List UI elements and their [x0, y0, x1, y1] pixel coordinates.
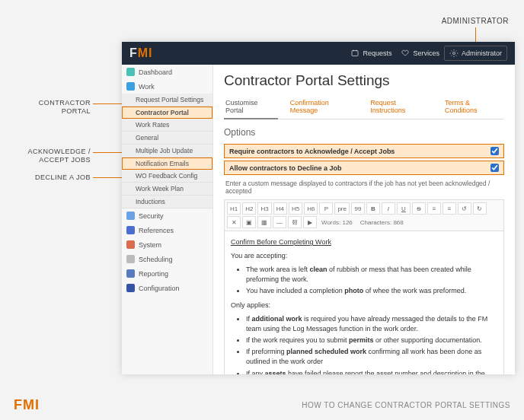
- editor-btn-ol[interactable]: ≡: [427, 202, 441, 215]
- sidebar-label: Dashboard: [139, 68, 172, 76]
- shield-icon: [126, 212, 135, 220]
- editor-btn-h3[interactable]: H3: [257, 202, 271, 215]
- editor-btn-h5[interactable]: H5: [289, 202, 302, 215]
- sidebar-item-scheduling[interactable]: Scheduling: [122, 252, 212, 266]
- editor-hint: Enter a custom message displayed to cont…: [224, 177, 504, 199]
- sidebar-sub-notification-emails[interactable]: Notification Emails: [122, 158, 212, 170]
- sidebar-sub-general[interactable]: General: [122, 132, 212, 145]
- sidebar-label: System: [139, 241, 161, 249]
- sidebar-sub-request-portal[interactable]: Request Portal Settings: [122, 94, 212, 107]
- config-icon: [126, 284, 135, 292]
- nav-administrator[interactable]: Administrator: [444, 46, 507, 61]
- annotation-decline-job: DECLINE A JOB: [11, 173, 91, 182]
- app-window: FMI Requests Services Administrator Dash…: [122, 42, 515, 374]
- sidebar-sub-work-week[interactable]: Work Week Plan: [122, 183, 212, 196]
- page-footer: FMI HOW TO CHANGE CONTRACTOR PORTAL SETT…: [0, 390, 524, 420]
- gear-icon: [449, 49, 458, 58]
- editor-btn-strike[interactable]: S: [412, 202, 426, 215]
- editor-heading: Confirm Before Completing Work: [231, 238, 331, 246]
- page-title: Contractor Portal Settings: [224, 72, 504, 89]
- nav-services-label: Services: [413, 49, 439, 57]
- checkbox-require-acknowledge[interactable]: [490, 147, 499, 155]
- options-heading: Options: [224, 127, 504, 138]
- sidebar-item-system[interactable]: System: [122, 237, 212, 252]
- editor-btn-pre[interactable]: pre: [334, 202, 350, 215]
- sidebar-item-configuration[interactable]: Configuration: [122, 281, 212, 295]
- nav-requests-label: Requests: [363, 49, 391, 57]
- sidebar-sub-inductions[interactable]: Inductions: [122, 196, 212, 208]
- editor-btn-h6[interactable]: H6: [304, 202, 318, 215]
- services-icon: [401, 49, 410, 58]
- tab-terms-conditions[interactable]: Terms & Conditions: [443, 95, 504, 119]
- option-require-acknowledge-label: Require contractors to Acknowledge / Acc…: [229, 148, 395, 155]
- option-require-acknowledge: Require contractors to Acknowledge / Acc…: [224, 144, 504, 158]
- sidebar-item-references[interactable]: References: [122, 223, 212, 237]
- sidebar: Dashboard Work Request Portal Settings C…: [122, 65, 213, 374]
- tab-request-instructions[interactable]: Request Instructions: [369, 95, 433, 119]
- editor-btn-h2[interactable]: H2: [242, 202, 256, 215]
- editor-btn-link[interactable]: ⛓: [288, 216, 302, 228]
- nav-requests[interactable]: Requests: [346, 42, 396, 65]
- requests-icon: [350, 49, 359, 58]
- editor-btn-italic[interactable]: I: [382, 202, 395, 215]
- sidebar-item-security[interactable]: Security: [122, 208, 212, 223]
- option-allow-decline: Allow contractors to Decline a Job: [224, 161, 504, 175]
- editor-btn-image[interactable]: ▣: [242, 216, 256, 228]
- editor-list-item: If preforming planned scheduled work con…: [246, 347, 497, 367]
- editor-text: Only applies:: [231, 301, 497, 310]
- annotation-contractor-portal: CONTRACTOR PORTAL: [11, 99, 91, 116]
- editor-btn-ul[interactable]: ≡: [443, 202, 456, 215]
- editor-list-item: The work area is left clean of rubbish o…: [246, 265, 497, 285]
- editor-btn-quote[interactable]: 99: [351, 202, 365, 215]
- chart-icon: [126, 269, 135, 278]
- titlebar: FMI Requests Services Administrator: [122, 42, 515, 65]
- sidebar-label: References: [139, 227, 174, 234]
- work-icon: [126, 82, 135, 91]
- editor-btn-undo[interactable]: ↺: [458, 202, 471, 215]
- editor-list-item: You have included a completion photo of …: [246, 286, 497, 296]
- sidebar-item-reporting[interactable]: Reporting: [122, 266, 212, 281]
- editor-stat-words: Words: 126: [318, 216, 356, 228]
- tab-confirmation-message[interactable]: Confirmation Message: [289, 95, 359, 119]
- editor-btn-p[interactable]: P: [319, 202, 333, 215]
- editor-btn-hr[interactable]: —: [273, 216, 286, 228]
- editor-stat-characters: Characters: 868: [357, 216, 407, 228]
- editor-list-item: If any assets have failed please report …: [246, 369, 497, 374]
- book-icon: [126, 226, 135, 234]
- sidebar-label: Scheduling: [139, 256, 173, 263]
- editor-btn-redo[interactable]: ↻: [473, 202, 487, 215]
- nav-services[interactable]: Services: [396, 42, 444, 65]
- brand-logo: FMI: [129, 46, 153, 60]
- editor-text: You are accepting:: [231, 251, 497, 261]
- option-allow-decline-label: Allow contractors to Decline a Job: [229, 164, 342, 172]
- editor-btn-h4[interactable]: H4: [273, 202, 287, 215]
- svg-point-1: [452, 52, 455, 55]
- nav-administrator-label: Administrator: [462, 49, 502, 57]
- annotation-acknowledge-accept: ACKNOWLEDGE / ACCEPT JOBS: [11, 148, 91, 164]
- tab-customise-portal[interactable]: Customise Portal: [224, 95, 278, 119]
- sidebar-sub-multiple-job[interactable]: Multiple Job Update: [122, 145, 212, 158]
- editor-btn-clear[interactable]: ✕: [227, 216, 241, 228]
- editor-toolbar: H1 H2 H3 H4 H5 H6 P pre 99 B I U S ≡ ≡ ↺: [224, 199, 504, 231]
- editor-btn-table[interactable]: ▦: [257, 216, 271, 228]
- sidebar-item-dashboard[interactable]: Dashboard: [122, 65, 212, 79]
- tabs: Customise Portal Confirmation Message Re…: [224, 95, 504, 119]
- sidebar-label: Security: [139, 212, 164, 220]
- calendar-icon: [126, 255, 135, 263]
- rich-text-editor[interactable]: Confirm Before Completing Work You are a…: [224, 231, 504, 374]
- sidebar-item-work[interactable]: Work: [122, 79, 212, 94]
- sidebar-sub-work-rates[interactable]: Work Rates: [122, 119, 212, 132]
- main-content: Contractor Portal Settings Customise Por…: [213, 65, 515, 374]
- editor-btn-video[interactable]: ▶: [303, 216, 317, 228]
- svg-rect-0: [352, 51, 358, 56]
- editor-btn-bold[interactable]: B: [366, 202, 380, 215]
- editor-btn-underline[interactable]: U: [397, 202, 411, 215]
- editor-list-item: If additional work is required you have …: [246, 314, 497, 334]
- sidebar-sub-wo-feedback[interactable]: WO Feedback Config: [122, 170, 212, 183]
- sidebar-sub-contractor-portal[interactable]: Contractor Portal: [122, 107, 212, 119]
- checkbox-allow-decline[interactable]: [490, 164, 499, 172]
- dashboard-icon: [126, 68, 135, 76]
- editor-btn-h1[interactable]: H1: [227, 202, 241, 215]
- gear-icon: [126, 240, 135, 249]
- footer-caption: HOW TO CHANGE CONTRACTOR PORTAL SETTINGS: [302, 401, 510, 409]
